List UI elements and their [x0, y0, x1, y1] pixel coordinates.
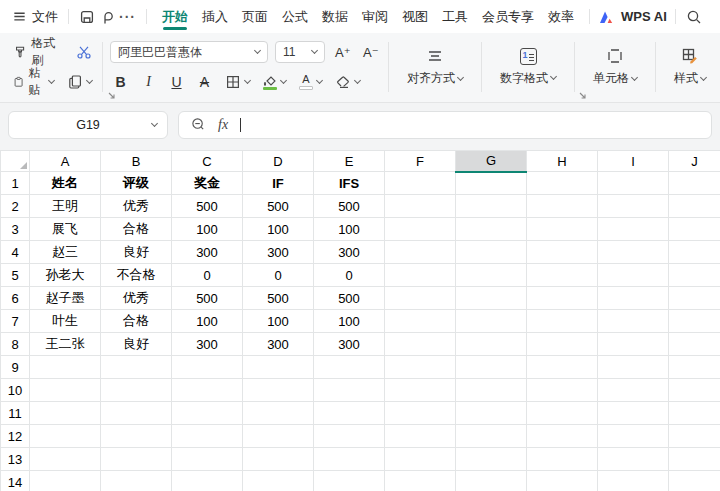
column-header-e[interactable]: E — [314, 151, 385, 172]
cell-f3[interactable] — [385, 218, 456, 241]
cell-j13[interactable] — [669, 448, 720, 471]
cell-c4[interactable]: 300 — [172, 241, 243, 264]
cell-j8[interactable] — [669, 333, 720, 356]
cell-e10[interactable] — [314, 379, 385, 402]
column-header-b[interactable]: B — [101, 151, 172, 172]
cell-j14[interactable] — [669, 471, 720, 491]
cell-e12[interactable] — [314, 425, 385, 448]
cell-b9[interactable] — [101, 356, 172, 379]
cell-j3[interactable] — [669, 218, 720, 241]
cell-b1[interactable]: 评级 — [101, 172, 172, 195]
row-header-14[interactable]: 14 — [1, 471, 30, 491]
tab-data[interactable]: 数据 — [322, 0, 348, 33]
cell-j5[interactable] — [669, 264, 720, 287]
cell-g6[interactable] — [456, 287, 527, 310]
cell-e3[interactable]: 100 — [314, 218, 385, 241]
cell-d7[interactable]: 100 — [243, 310, 314, 333]
cell-d11[interactable] — [243, 402, 314, 425]
cell-i4[interactable] — [598, 241, 669, 264]
cell-g11[interactable] — [456, 402, 527, 425]
cell-h13[interactable] — [527, 448, 598, 471]
cell-g4[interactable] — [456, 241, 527, 264]
cell-c8[interactable]: 300 — [172, 333, 243, 356]
cell-a10[interactable] — [30, 379, 101, 402]
cell-c3[interactable]: 100 — [172, 218, 243, 241]
cell-f6[interactable] — [385, 287, 456, 310]
select-all-corner[interactable] — [1, 151, 30, 172]
row-header-5[interactable]: 5 — [1, 264, 30, 287]
cell-f4[interactable] — [385, 241, 456, 264]
cell-i1[interactable] — [598, 172, 669, 195]
cell-e11[interactable] — [314, 402, 385, 425]
cell-c13[interactable] — [172, 448, 243, 471]
tab-tools[interactable]: 工具 — [442, 0, 468, 33]
column-header-a[interactable]: A — [30, 151, 101, 172]
cell-f1[interactable] — [385, 172, 456, 195]
cell-a14[interactable] — [30, 471, 101, 491]
column-header-f[interactable]: F — [385, 151, 456, 172]
cell-g12[interactable] — [456, 425, 527, 448]
cell-g7[interactable] — [456, 310, 527, 333]
cell-e1[interactable]: IFS — [314, 172, 385, 195]
row-header-1[interactable]: 1 — [1, 172, 30, 195]
decrease-font-button[interactable]: A⁻ — [360, 44, 381, 61]
cell-d13[interactable] — [243, 448, 314, 471]
cell-g14[interactable] — [456, 471, 527, 491]
row-header-12[interactable]: 12 — [1, 425, 30, 448]
clipboard-dialog-launcher[interactable] — [108, 92, 116, 100]
number-format-group-button[interactable]: 1 数字格式 — [487, 38, 569, 96]
cell-e8[interactable]: 300 — [314, 333, 385, 356]
cell-i5[interactable] — [598, 264, 669, 287]
column-header-g[interactable]: G — [456, 151, 527, 172]
cell-j7[interactable] — [669, 310, 720, 333]
main-menu-button[interactable]: 文件 — [10, 8, 60, 26]
cell-a1[interactable]: 姓名 — [30, 172, 101, 195]
cell-d2[interactable]: 500 — [243, 195, 314, 218]
cell-b3[interactable]: 合格 — [101, 218, 172, 241]
cell-d8[interactable]: 300 — [243, 333, 314, 356]
cell-f8[interactable] — [385, 333, 456, 356]
cell-f11[interactable] — [385, 402, 456, 425]
increase-font-button[interactable]: A⁺ — [332, 44, 353, 61]
tab-member[interactable]: 会员专享 — [482, 0, 534, 33]
cell-f2[interactable] — [385, 195, 456, 218]
cell-g5[interactable] — [456, 264, 527, 287]
font-size-select[interactable]: 11 — [275, 41, 325, 63]
cell-c1[interactable]: 奖金 — [172, 172, 243, 195]
cell-j2[interactable] — [669, 195, 720, 218]
cell-f5[interactable] — [385, 264, 456, 287]
cell-a4[interactable]: 赵三 — [30, 241, 101, 264]
row-header-3[interactable]: 3 — [1, 218, 30, 241]
italic-button[interactable]: I — [138, 73, 159, 91]
cell-a12[interactable] — [30, 425, 101, 448]
cell-a8[interactable]: 王二张 — [30, 333, 101, 356]
cell-f10[interactable] — [385, 379, 456, 402]
cell-b13[interactable] — [101, 448, 172, 471]
cell-h3[interactable] — [527, 218, 598, 241]
cell-e9[interactable] — [314, 356, 385, 379]
cell-f7[interactable] — [385, 310, 456, 333]
cell-j9[interactable] — [669, 356, 720, 379]
number-format-dialog-launcher[interactable] — [579, 92, 587, 100]
cell-e4[interactable]: 300 — [314, 241, 385, 264]
cell-g8[interactable] — [456, 333, 527, 356]
tab-formula[interactable]: 公式 — [282, 0, 308, 33]
cell-h2[interactable] — [527, 195, 598, 218]
cell-h7[interactable] — [527, 310, 598, 333]
cell-e2[interactable]: 500 — [314, 195, 385, 218]
cell-b5[interactable]: 不合格 — [101, 264, 172, 287]
cell-b7[interactable]: 合格 — [101, 310, 172, 333]
column-header-d[interactable]: D — [243, 151, 314, 172]
cell-a7[interactable]: 叶生 — [30, 310, 101, 333]
alignment-group-button[interactable]: 对齐方式 — [394, 38, 476, 96]
cell-c7[interactable]: 100 — [172, 310, 243, 333]
cell-i8[interactable] — [598, 333, 669, 356]
cell-d1[interactable]: IF — [243, 172, 314, 195]
cell-b2[interactable]: 优秀 — [101, 195, 172, 218]
cell-c14[interactable] — [172, 471, 243, 491]
more-commands-button[interactable]: ··· — [117, 10, 138, 24]
column-header-i[interactable]: I — [598, 151, 669, 172]
formula-input[interactable]: fx — [178, 111, 712, 139]
cell-i14[interactable] — [598, 471, 669, 491]
cell-a2[interactable]: 王明 — [30, 195, 101, 218]
